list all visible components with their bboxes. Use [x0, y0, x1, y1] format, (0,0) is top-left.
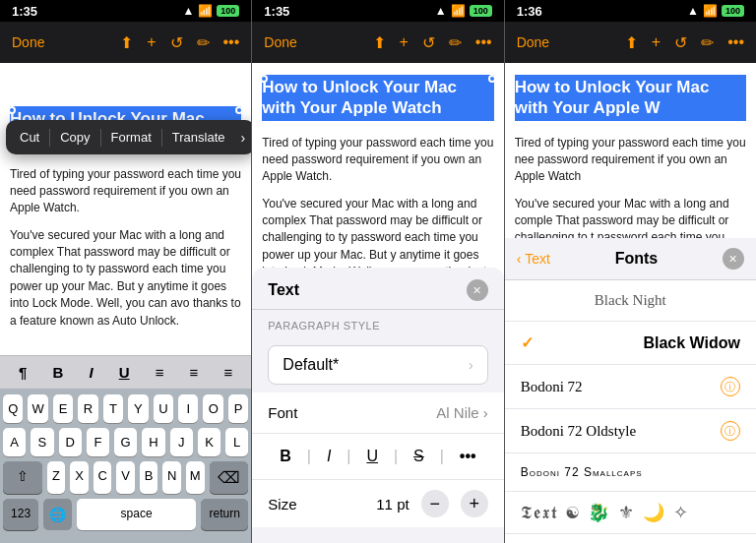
timer-icon-3[interactable]: ↺	[674, 33, 687, 52]
font-row[interactable]: Font Al Nile ›	[252, 392, 503, 434]
pin-icon-2[interactable]: ✏	[449, 33, 462, 52]
handle-tl-1[interactable]	[8, 106, 16, 114]
pin-icon-3[interactable]: ✏	[701, 33, 714, 52]
back-label: Text	[525, 251, 550, 267]
key-c[interactable]: C	[94, 461, 112, 494]
key-t[interactable]: T	[103, 394, 123, 423]
key-j[interactable]: J	[170, 428, 193, 456]
handle-tr-2[interactable]	[488, 75, 496, 83]
key-delete[interactable]: ⌫	[210, 461, 249, 494]
key-i[interactable]: I	[178, 394, 198, 423]
done-button-2[interactable]: Done	[264, 34, 296, 50]
timer-icon-1[interactable]: ↺	[170, 33, 183, 52]
font-info-bodoni72[interactable]: ⓘ	[721, 377, 740, 396]
key-f[interactable]: F	[87, 428, 109, 456]
key-h[interactable]: H	[142, 428, 164, 456]
font-item-blacknight[interactable]: Black Night	[505, 280, 756, 322]
key-x[interactable]: X	[70, 461, 89, 494]
time-2: 1:35	[264, 4, 289, 19]
fonts-modal: ‹ Text Fonts ✕ Black Night ✓ Black Widow	[505, 238, 756, 543]
modal-strike-btn[interactable]: S	[406, 444, 432, 469]
format-button[interactable]: Format	[101, 126, 161, 149]
key-e[interactable]: E	[53, 394, 73, 423]
key-n[interactable]: N	[162, 461, 181, 494]
modal-underline-btn[interactable]: U	[358, 444, 386, 469]
cut-button[interactable]: Cut	[10, 126, 49, 149]
key-w[interactable]: W	[28, 394, 47, 423]
share-icon-3[interactable]: ⬆	[625, 33, 638, 52]
fmt-bold[interactable]: B	[53, 364, 64, 381]
fmt-list-ol[interactable]: ≡	[223, 364, 232, 381]
key-l[interactable]: L	[225, 428, 248, 456]
key-a[interactable]: A	[3, 428, 26, 456]
key-z[interactable]: Z	[47, 461, 66, 494]
key-r[interactable]: R	[78, 394, 97, 423]
font-item-bodoni72sc[interactable]: Bodoni 72 Smallcaps	[505, 453, 756, 492]
fmt-italic[interactable]: I	[89, 364, 93, 381]
paragraph-style-selector[interactable]: Default* ›	[268, 345, 487, 385]
fmt-align-left[interactable]: ≡	[156, 364, 164, 381]
key-emoji[interactable]: 🌐	[43, 499, 72, 530]
panel-3: 1:36 ▲ 📶 100 Done ⬆ + ↺ ✏ ••• How to Unl…	[504, 0, 756, 543]
key-b[interactable]: B	[140, 461, 158, 494]
ctx-more-arrow[interactable]: ›	[234, 130, 251, 146]
key-k[interactable]: K	[198, 428, 220, 456]
key-space[interactable]: space	[77, 499, 196, 530]
font-item-bodoni72[interactable]: Bodoni 72 ⓘ	[505, 365, 756, 409]
share-icon-2[interactable]: ⬆	[373, 33, 386, 52]
key-m[interactable]: M	[186, 461, 205, 494]
done-button-3[interactable]: Done	[517, 34, 549, 50]
key-row-1: Q W E R T Y U I O P	[3, 394, 248, 423]
key-y[interactable]: Y	[128, 394, 148, 423]
key-v[interactable]: V	[116, 461, 135, 494]
size-row: Size 11 pt − +	[252, 480, 503, 527]
share-icon-1[interactable]: ⬆	[120, 33, 133, 52]
key-p[interactable]: P	[228, 394, 248, 423]
font-value: Al Nile ›	[436, 404, 487, 421]
more-icon-3[interactable]: •••	[727, 33, 744, 51]
font-list: Black Night ✓ Black Widow Bodoni 72 ⓘ Bo…	[505, 280, 756, 543]
font-item-blackwidow[interactable]: ✓ Black Widow	[505, 322, 756, 365]
modal-bold-btn[interactable]: B	[272, 444, 299, 469]
key-shift[interactable]: ⇧	[3, 461, 42, 494]
key-u[interactable]: U	[154, 394, 173, 423]
fmt-para[interactable]: ¶	[19, 364, 27, 381]
status-bar-2: 1:35 ▲ 📶 100	[252, 0, 503, 22]
status-icons-3: ▲ 📶 100	[687, 4, 744, 18]
add-icon-2[interactable]: +	[400, 33, 409, 51]
done-button-1[interactable]: Done	[12, 34, 44, 50]
more-icon-2[interactable]: •••	[475, 33, 492, 51]
key-return[interactable]: return	[201, 499, 248, 530]
pin-icon-1[interactable]: ✏	[197, 33, 210, 52]
modal-more-fmt-btn[interactable]: •••	[452, 444, 484, 469]
font-name: Al Nile	[436, 404, 478, 421]
modal-close-button[interactable]: ✕	[467, 279, 488, 301]
font-item-symbols[interactable]: 𝕿𝖊𝖝𝖙 ☯ 🐉 ⚜ 🌙 ✧	[505, 492, 756, 534]
copy-button[interactable]: Copy	[50, 126, 99, 149]
handle-tr-1[interactable]	[235, 106, 243, 114]
font-info-bodoni72old[interactable]: ⓘ	[721, 421, 740, 441]
translate-button[interactable]: Translate	[162, 126, 235, 149]
top-toolbar-1: Done ⬆ + ↺ ✏ •••	[0, 22, 251, 63]
modal-header: Text ✕	[252, 268, 503, 310]
key-s[interactable]: S	[31, 428, 53, 456]
font-item-bodoni72old[interactable]: Bodoni 72 Oldstyle ⓘ	[505, 409, 756, 453]
fmt-underline[interactable]: U	[119, 364, 130, 381]
fmt-list-ul[interactable]: ≡	[190, 364, 199, 381]
modal-italic-btn[interactable]: I	[319, 444, 339, 469]
size-decrement-btn[interactable]: −	[421, 490, 449, 517]
key-o[interactable]: O	[203, 394, 222, 423]
timer-icon-2[interactable]: ↺	[422, 33, 435, 52]
size-increment-btn[interactable]: +	[461, 490, 488, 517]
fonts-close-button[interactable]: ✕	[723, 248, 744, 270]
key-d[interactable]: D	[59, 428, 82, 456]
key-numbers[interactable]: 123	[3, 499, 38, 530]
key-g[interactable]: G	[114, 428, 137, 456]
key-q[interactable]: Q	[3, 394, 23, 423]
fonts-back-button[interactable]: ‹ Text	[517, 251, 550, 267]
add-icon-3[interactable]: +	[652, 33, 661, 51]
top-toolbar-3: Done ⬆ + ↺ ✏ •••	[505, 22, 756, 63]
font-name-bodoni72sc: Bodoni 72 Smallcaps	[521, 465, 643, 479]
more-icon-1[interactable]: •••	[223, 33, 240, 51]
add-icon-1[interactable]: +	[147, 33, 156, 51]
